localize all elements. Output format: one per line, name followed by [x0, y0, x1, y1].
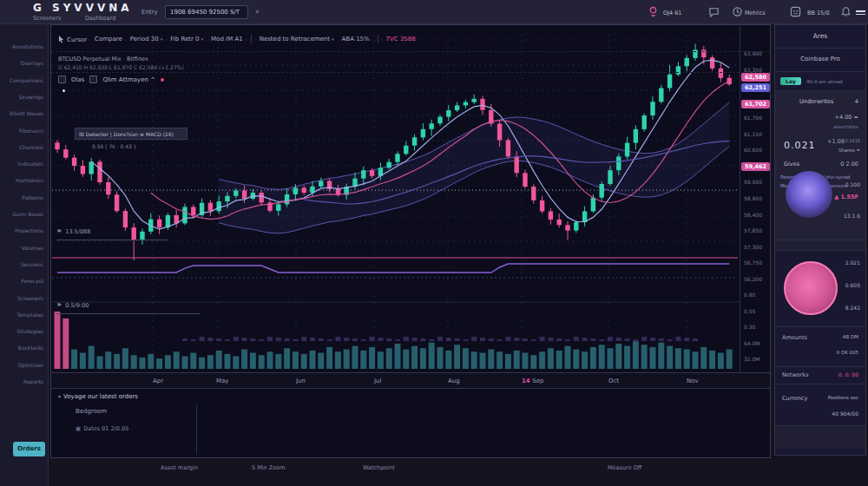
chat-icon[interactable] — [708, 6, 720, 17]
symbol-expand-chevrons[interactable]: » — [255, 8, 260, 16]
apps-icon[interactable] — [790, 6, 801, 17]
chevron-down-icon: ▾ — [201, 36, 204, 42]
menu-icon[interactable] — [856, 9, 865, 16]
row-networks-value: 0. 0. 00 — [838, 371, 858, 378]
ohlc-info-line: O 62,410 H 62,930 L 61,870 C 62,584 (+1.… — [58, 64, 184, 70]
toolbar-mod-im-a1[interactable]: Mod IM A1 — [211, 36, 243, 43]
top-bar: G SYVVVNA Screeners Dashboard Entry 1908… — [0, 0, 868, 24]
status-item-5-min-zoom[interactable]: 5 Min Zoom — [252, 464, 286, 471]
pane2-label[interactable]: ⚑0.5/9:00 — [56, 302, 89, 309]
sidebar-item-annotations[interactable]: Annotations — [12, 43, 43, 49]
toolbar-compare[interactable]: Compare — [95, 36, 122, 43]
indicator-icon[interactable] — [89, 76, 97, 83]
bell-icon[interactable] — [840, 6, 852, 17]
time-axis-label-jun[interactable]: Jun — [296, 378, 306, 384]
sidebar-item-drawings[interactable]: Drawings — [19, 94, 43, 100]
sidebar-item-strategies[interactable]: Strategies — [16, 328, 43, 334]
badge-note: 40-8 am ahead — [806, 79, 843, 84]
sidebar-item-forecast[interactable]: Forecast — [22, 278, 43, 284]
sidebar-item-sessions[interactable]: Sessions — [21, 261, 43, 267]
chart-toolbar: CursorComparePeriod 30▾Fib Retr 0▾Mod IM… — [58, 32, 416, 46]
sidebar-item-indicators[interactable]: Indicators — [17, 161, 43, 167]
history-clock-icon[interactable] — [732, 6, 743, 17]
orders-button[interactable]: Orders — [13, 442, 45, 456]
purple-gauge[interactable] — [786, 171, 832, 218]
price-axis[interactable]: 63,90063,35062,80062,25061,70061,15060,6… — [740, 26, 771, 372]
status-bar: Asset margin5 Min ZoomWatchpointMeasure … — [0, 458, 868, 486]
sidebar-item-projections[interactable]: Projections — [15, 227, 43, 233]
section-count: 4 — [855, 98, 858, 105]
pink-gauge[interactable] — [784, 261, 838, 315]
time-axis-label-aug[interactable]: Aug — [448, 378, 460, 384]
status-item-asset-margin[interactable]: Asset margin — [161, 464, 198, 471]
nav-screeners[interactable]: Screeners — [33, 15, 61, 22]
pane1-underline — [56, 240, 168, 240]
chevron-down-icon: ▾ — [161, 36, 163, 42]
legend-label[interactable]: Qlim Attmayen ^ — [102, 76, 155, 83]
time-axis-label-may[interactable]: May — [216, 378, 228, 384]
price-tag: 62,251 — [741, 83, 770, 92]
toolbar-fib-retr-0[interactable]: Fib Retr 0▾ — [170, 36, 203, 43]
status-item-watchpoint[interactable]: Watchpoint — [363, 464, 395, 471]
status-item-measure-off[interactable]: Measure Off — [608, 464, 641, 471]
sidebar-item-patterns[interactable]: Patterns — [22, 194, 43, 200]
user-pin-icon[interactable] — [648, 6, 659, 17]
time-axis-label-nov[interactable]: Nov — [687, 378, 699, 384]
app-logo: G SYVVVNA — [33, 2, 133, 14]
side-value-2: Shares = — [838, 148, 860, 153]
price-tag: 62,580 — [741, 73, 770, 82]
pane1-label[interactable]: ⚑13.5/088 — [56, 228, 90, 235]
gauge1-value-1: 0.100 — [845, 181, 860, 187]
status-badge: Loy — [780, 77, 801, 85]
sidebar-item-comparisons[interactable]: Comparisons — [10, 77, 43, 83]
time-axis-label-apr[interactable]: Apr — [153, 378, 163, 384]
toolbar-tvc-3588[interactable]: TVC 3588 — [386, 36, 416, 43]
exchange-name[interactable]: Coinbase Pro — [775, 49, 865, 62]
row-currency-value-1: Positions osc — [828, 395, 858, 400]
toolbar-cursor[interactable]: Cursor — [58, 36, 87, 43]
time-axis-label-sep[interactable]: 14 Sep — [522, 378, 543, 384]
toolbar-aba-15-[interactable]: ABA 15% — [342, 36, 370, 43]
gauge2-value-2: 0.605 — [845, 282, 860, 288]
symbol-search-input[interactable]: 1908 69450 92500 S/T — [165, 5, 248, 19]
cursor-icon — [58, 36, 64, 43]
sidebar-item-gann-boxes[interactable]: Gann Boxes — [12, 211, 43, 217]
time-axis[interactable]: AprMayJunJulAug14 SepOctNov — [51, 372, 770, 389]
sidebar-item-screeners[interactable]: Screeners — [17, 295, 43, 301]
price-axis-label: 56,750 — [744, 259, 762, 266]
time-axis-label-oct[interactable]: Oct — [608, 378, 619, 384]
sidebar-item-harmonics[interactable]: Harmonics — [16, 177, 43, 183]
nav-dashboard[interactable]: Dashboard — [85, 15, 115, 22]
toolbar-period-30[interactable]: Period 30▾ — [130, 36, 162, 43]
sidebar-item-channels[interactable]: Channels — [19, 144, 43, 150]
sidebar-item-optimizer[interactable]: Optimizer — [18, 362, 43, 368]
price-axis-label: 0.55 — [744, 308, 755, 314]
left-sidebar: AnnotationsOverlaysComparisonsDrawingsEl… — [0, 24, 49, 486]
legend-label[interactable]: Olas — [71, 76, 84, 83]
sidebar-item-elliott-waves[interactable]: Elliott Waves — [10, 110, 43, 116]
price-axis-label: 32.0M — [744, 356, 760, 362]
time-axis-label-jul[interactable]: Jul — [374, 378, 381, 384]
price-axis-label: 60,600 — [744, 147, 762, 153]
indicator-icon[interactable] — [58, 76, 66, 83]
alert-dot-icon — [161, 78, 164, 82]
panel-title: Ares — [775, 25, 865, 40]
sidebar-item-fibonacci[interactable]: Fibonacci — [19, 128, 43, 134]
orders-row[interactable]: ▣Dates 01 2/0.05 — [76, 425, 128, 432]
sidebar-item-reports[interactable]: Reports — [23, 378, 43, 384]
row-amounts-label: Amounts — [782, 334, 807, 341]
trading-app: G SYVVVNA Screeners Dashboard Entry 1908… — [0, 0, 868, 486]
sidebar-item-backtests[interactable]: Backtests — [18, 345, 43, 351]
sidebar-item-overlays[interactable]: Overlays — [21, 60, 43, 66]
price-axis-label: 58,400 — [744, 212, 762, 218]
orders-section-header[interactable]: ▾Voyage our latest orders — [58, 393, 138, 400]
symbol-label: Entry — [141, 9, 158, 16]
orders-tab[interactable]: Bedgroom — [76, 408, 107, 415]
metrics-label[interactable]: Metrics — [745, 10, 766, 16]
toolbar-nested-to-retracement[interactable]: Nested to Retracement▾ — [260, 36, 334, 43]
price-axis-label: 57,850 — [744, 227, 762, 233]
price-tag: 61,702 — [741, 100, 770, 108]
sidebar-item-templates[interactable]: Templates — [16, 312, 43, 318]
sidebar-item-volumes[interactable]: Volumes — [22, 245, 43, 251]
right-panel: Ares Coinbase Pro Loy 40-8 am ahead Unde… — [774, 24, 866, 456]
